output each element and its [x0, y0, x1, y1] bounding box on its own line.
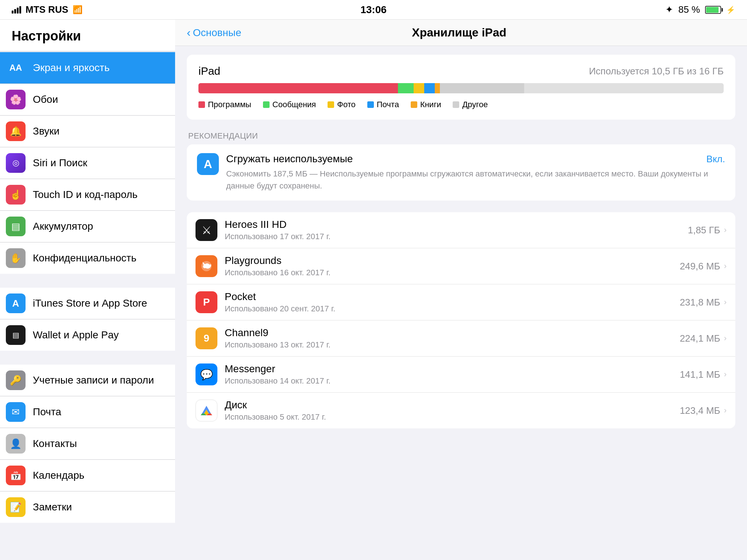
back-label[interactable]: Основные [193, 27, 241, 39]
heroes-size: 1,85 ГБ [688, 225, 720, 236]
accounts-label: Учетные записи и пароли [33, 374, 168, 386]
legend-messages: Сообщения [263, 100, 316, 109]
settings-header: Настройки [0, 20, 175, 51]
legend-label-mail: Почта [377, 100, 399, 109]
app-item-channel9[interactable]: 9 Channel9 Использовано 13 окт. 2017 г. … [187, 320, 735, 357]
sidebar-item-display[interactable]: AA Экран и яркость [0, 52, 175, 84]
sounds-icon: 🔔 [6, 121, 26, 141]
itunes-label: iTunes Store и App Store [33, 298, 168, 309]
bar-mail [424, 83, 435, 93]
heroes-chevron-icon: › [724, 225, 727, 235]
legend-label-books: Книги [420, 100, 441, 109]
separator-1 [0, 274, 175, 287]
playgrounds-name: Playgrounds [225, 255, 680, 267]
playgrounds-icon [196, 255, 217, 277]
legend-dot-photos [328, 101, 334, 108]
back-button[interactable]: ‹ Основные [187, 26, 241, 39]
channel9-chevron-icon: › [724, 334, 727, 343]
main-content: Настройки AA Экран и яркость 🌸 Обои [0, 20, 747, 560]
privacy-icon: ✋ [6, 248, 26, 268]
charging-icon: ⚡ [726, 5, 735, 14]
drive-info: Диск Использовано 5 окт. 2017 г. [225, 399, 680, 422]
wallet-label: Wallet и Apple Pay [33, 329, 168, 341]
legend-dot-other [453, 101, 459, 108]
messenger-chevron-icon: › [724, 370, 727, 379]
signal-bar-2 [14, 9, 16, 13]
battery-fill [706, 7, 719, 13]
rec-description: Сэкономить 187,5 МБ — Неиспользуемые про… [226, 168, 725, 192]
sidebar-item-sounds[interactable]: 🔔 Звуки [0, 116, 175, 147]
playgrounds-size: 249,6 МБ [680, 261, 720, 272]
sidebar-item-wallpaper[interactable]: 🌸 Обои [0, 84, 175, 116]
recommendations-card: A Сгружать неиспользуемые Вкл. Сэкономит… [187, 144, 735, 201]
rec-title-row: Сгружать неиспользуемые Вкл. [226, 153, 725, 165]
contacts-icon: 👤 [6, 434, 26, 454]
legend-label-photos: Фото [337, 100, 356, 109]
heroes-date: Использовано 17 окт. 2017 г. [225, 232, 688, 241]
pocket-info: Pocket Использовано 20 сент. 2017 г. [225, 291, 680, 314]
drive-name: Диск [225, 399, 680, 411]
sidebar-item-siri[interactable]: ◎ Siri и Поиск [0, 147, 175, 179]
rec-appstore-icon: A [197, 153, 219, 175]
sidebar-item-touchid[interactable]: ☝ Touch ID и код-пароль [0, 179, 175, 211]
status-time: 13:06 [360, 4, 387, 16]
channel9-icon: 9 [196, 327, 217, 349]
status-right: ✦ 85 % ⚡ [665, 4, 735, 15]
channel9-icon-char: 9 [204, 332, 209, 344]
back-chevron-icon: ‹ [187, 26, 191, 39]
storage-nav: ‹ Основные Хранилище iPad [175, 20, 747, 46]
battery-label: Аккумулятор [33, 221, 168, 232]
rec-action-button[interactable]: Вкл. [707, 153, 725, 165]
sidebar-item-privacy[interactable]: ✋ Конфиденциальность [0, 242, 175, 274]
battery-icon [705, 6, 721, 14]
legend-label-other: Другое [462, 100, 488, 109]
channel9-name: Channel9 [225, 327, 680, 339]
messenger-icon: 💬 [196, 363, 217, 385]
sidebar-item-wallet[interactable]: ▤ Wallet и Apple Pay [0, 319, 175, 351]
battery-percent: 85 % [678, 4, 700, 15]
sidebar-item-contacts[interactable]: 👤 Контакты [0, 428, 175, 460]
display-label: Экран и яркость [33, 62, 168, 74]
wallpaper-icon: 🌸 [6, 90, 26, 109]
sidebar-item-notes[interactable]: 📝 Заметки [0, 491, 175, 523]
sidebar-item-calendar[interactable]: 📅 Календарь [0, 460, 175, 491]
sidebar-item-itunes[interactable]: A iTunes Store и App Store [0, 288, 175, 319]
playgrounds-swift-logo [200, 260, 213, 273]
battery-body [705, 6, 721, 14]
drive-icon-svg [200, 404, 213, 417]
drive-size: 123,4 МБ [680, 405, 720, 416]
battery-settings-icon: ▤ [6, 217, 26, 236]
drive-chevron-icon: › [724, 406, 727, 415]
legend-dot-mail [367, 101, 374, 108]
pocket-icon-char: P [203, 296, 210, 308]
device-name: iPad [198, 65, 220, 77]
app-item-messenger[interactable]: 💬 Messenger Использовано 14 окт. 2017 г.… [187, 357, 735, 393]
storage-page-title: Хранилище iPad [241, 26, 677, 39]
storage-usage-text: Используется 10,5 ГБ из 16 ГБ [589, 66, 724, 77]
heroes-icon: ⚔ [196, 219, 217, 241]
sidebar-item-accounts[interactable]: 🔑 Учетные записи и пароли [0, 365, 175, 396]
drive-icon [196, 400, 217, 421]
legend-other: Другое [453, 100, 488, 109]
storage-panel: ‹ Основные Хранилище iPad iPad Используе… [175, 20, 747, 560]
app-item-pocket[interactable]: P Pocket Использовано 20 сент. 2017 г. 2… [187, 284, 735, 320]
sidebar-item-mail[interactable]: ✉ Почта [0, 396, 175, 428]
playgrounds-chevron-icon: › [724, 261, 727, 271]
bar-other [440, 83, 524, 93]
heroes-info: Heroes III HD Использовано 17 окт. 2017 … [225, 219, 688, 241]
app-item-drive[interactable]: Диск Использовано 5 окт. 2017 г. 123,4 М… [187, 393, 735, 428]
accounts-icon: 🔑 [6, 370, 26, 390]
bar-messages [398, 83, 414, 93]
legend-label-programs: Программы [208, 100, 251, 109]
sidebar-item-battery[interactable]: ▤ Аккумулятор [0, 211, 175, 242]
rec-content: Сгружать неиспользуемые Вкл. Сэкономить … [226, 153, 725, 192]
app-item-heroes[interactable]: ⚔ Heroes III HD Использовано 17 окт. 201… [187, 212, 735, 248]
mail-label: Почта [33, 406, 168, 418]
signal-bars [12, 6, 21, 13]
carrier-name: MTS RUS [26, 4, 68, 15]
settings-section-2: A iTunes Store и App Store ▤ Wallet и Ap… [0, 288, 175, 351]
legend-programs: Программы [198, 100, 251, 109]
storage-device-row: iPad Используется 10,5 ГБ из 16 ГБ [198, 65, 724, 77]
app-item-playgrounds[interactable]: Playgrounds Использовано 16 окт. 2017 г.… [187, 248, 735, 284]
bar-programs [198, 83, 398, 93]
